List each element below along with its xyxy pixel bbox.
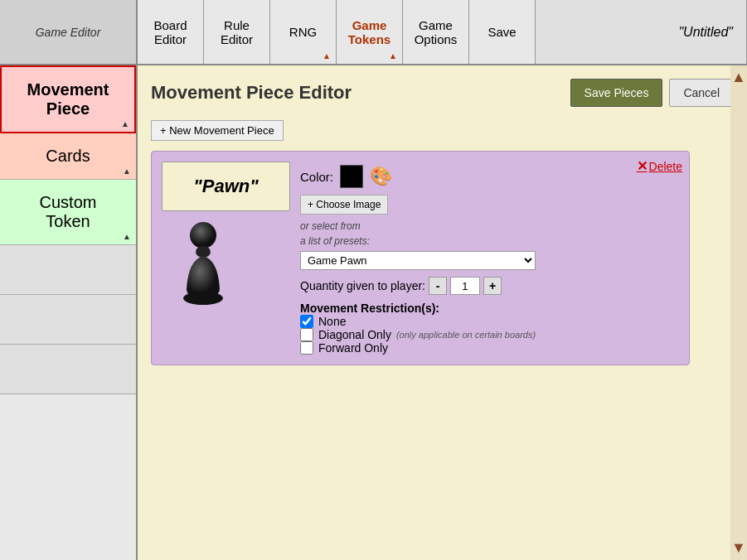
custom-token-arrow-icon: ▲ (123, 232, 131, 241)
restriction-none-row: None (300, 315, 536, 328)
preset-label-line1: or select from (300, 220, 361, 232)
save-pieces-button[interactable]: Save Pieces (570, 79, 663, 107)
nav-board-editor-label: BoardEditor (153, 18, 187, 46)
color-row: Color: 🎨 (300, 165, 536, 188)
sidebar-empty-3 (0, 345, 136, 394)
nav-game-tokens[interactable]: GameTokens ▲ (337, 0, 403, 64)
preset-select[interactable]: Game Pawn Chess Pawn Round Token Square … (300, 251, 536, 270)
nav-rule-editor-label: RuleEditor (221, 18, 253, 46)
header-buttons: Save Pieces Cancel (570, 79, 734, 107)
preset-label: or select from a list of presets: (300, 218, 536, 248)
quantity-row: Quantity given to player: - + (300, 277, 536, 295)
sidebar-item-movement-piece[interactable]: MovementPiece ▲ (0, 65, 136, 133)
game-tokens-arrow-icon: ▲ (389, 51, 397, 60)
new-movement-piece-button[interactable]: + New Movement Piece (151, 120, 284, 141)
sidebar-custom-token-label: CustomToken (40, 193, 97, 230)
piece-left-column: "Pawn" (162, 162, 290, 355)
content-area: Movement Piece Editor Save Pieces Cancel… (138, 65, 747, 560)
restriction-diagonal-label: Diagonal Only (318, 328, 391, 341)
color-label: Color: (300, 170, 333, 184)
content-header: Movement Piece Editor Save Pieces Cancel (151, 79, 734, 107)
svg-point-0 (190, 222, 216, 249)
svg-point-1 (196, 246, 211, 258)
movement-piece-arrow-icon: ▲ (121, 119, 129, 128)
sidebar-cards-label: Cards (46, 147, 90, 165)
piece-name-box[interactable]: "Pawn" (162, 162, 290, 211)
restriction-none-checkbox[interactable] (300, 315, 313, 328)
restriction-forward-checkbox[interactable] (300, 341, 313, 355)
restriction-none-label: None (318, 315, 346, 328)
delete-x-icon: ✕ (637, 158, 648, 174)
nav-game-options-label: GameOptions (415, 18, 458, 46)
scroll-down-arrow-icon[interactable]: ▼ (731, 539, 746, 557)
cards-arrow-icon: ▲ (123, 167, 131, 176)
nav-board-editor[interactable]: BoardEditor (138, 0, 204, 64)
color-swatch[interactable] (340, 165, 363, 188)
nav-untitled-label: "Untitled" (678, 25, 733, 40)
delete-label: Delete (649, 160, 682, 173)
pawn-image (170, 219, 236, 310)
restriction-diagonal-row: Diagonal Only (only applicable on certai… (300, 328, 536, 341)
cancel-button[interactable]: Cancel (669, 79, 734, 107)
restriction-title: Movement Restriction(s): (300, 302, 536, 315)
sidebar-empty-2 (0, 295, 136, 345)
restriction-diagonal-note: (only applicable on certain boards) (396, 330, 536, 340)
page-title: Movement Piece Editor (151, 82, 352, 104)
quantity-input[interactable] (450, 277, 480, 295)
sidebar-item-custom-token[interactable]: CustomToken ▲ (0, 180, 136, 245)
svg-point-2 (183, 292, 223, 305)
nav-rng[interactable]: RNG ▲ (270, 0, 337, 64)
nav-untitled[interactable]: "Untitled" (536, 0, 747, 64)
sidebar: MovementPiece ▲ Cards ▲ CustomToken ▲ (0, 65, 138, 560)
nav-game-editor[interactable]: Game Editor (0, 0, 138, 64)
restriction-diagonal-checkbox[interactable] (300, 328, 313, 341)
image-controls: + Choose Image or select from a list of … (300, 195, 536, 270)
game-editor-label: Game Editor (36, 26, 101, 39)
restriction-forward-label: Forward Only (318, 341, 388, 355)
preset-label-line2: a list of presets: (300, 235, 370, 247)
quantity-minus-button[interactable]: - (429, 277, 447, 295)
scrollbar[interactable]: ▲ ▼ (730, 65, 747, 560)
nav-game-tokens-label: GameTokens (348, 18, 390, 46)
sidebar-item-cards[interactable]: Cards ▲ (0, 133, 136, 180)
main-layout: MovementPiece ▲ Cards ▲ CustomToken ▲ Mo… (0, 65, 747, 560)
piece-card: ✕ Delete "Pawn" (151, 151, 690, 365)
piece-name: "Pawn" (193, 176, 258, 197)
nav-rule-editor[interactable]: RuleEditor (204, 0, 270, 64)
nav-rng-label: RNG (289, 25, 317, 39)
color-picker-icon[interactable]: 🎨 (370, 166, 392, 187)
choose-image-button[interactable]: + Choose Image (300, 195, 388, 215)
nav-save-label: Save (487, 25, 516, 39)
sidebar-movement-piece-label: MovementPiece (27, 80, 109, 118)
quantity-plus-button[interactable]: + (483, 277, 502, 295)
piece-right-column: Color: 🎨 + Choose Image or select from a… (300, 162, 536, 355)
nav-save[interactable]: Save (469, 0, 536, 64)
scroll-up-arrow-icon[interactable]: ▲ (731, 69, 746, 86)
piece-image-area (162, 215, 245, 314)
delete-button[interactable]: ✕ Delete (637, 158, 682, 174)
nav-game-options[interactable]: GameOptions (403, 0, 469, 64)
movement-restrictions: Movement Restriction(s): None Diagonal O… (300, 302, 536, 355)
restriction-forward-row: Forward Only (300, 341, 536, 355)
quantity-label: Quantity given to player: (300, 279, 425, 292)
sidebar-empty-1 (0, 245, 136, 295)
rng-arrow-icon: ▲ (323, 51, 331, 60)
top-nav: Game Editor BoardEditor RuleEditor RNG ▲… (0, 0, 747, 65)
